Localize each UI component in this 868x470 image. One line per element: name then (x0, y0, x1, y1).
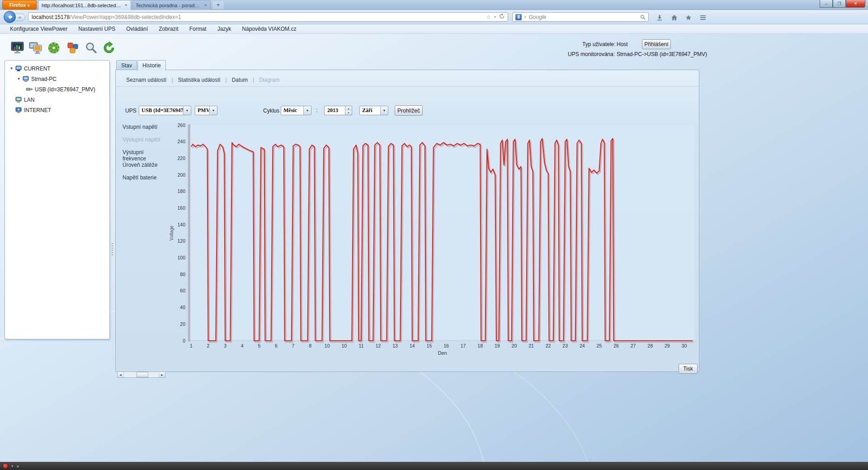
maximize-button[interactable] (833, 0, 846, 8)
search-engine-icon[interactable]: 8 (515, 14, 522, 20)
colored-cubes-icon (66, 41, 80, 55)
expander-icon[interactable] (9, 66, 14, 70)
svg-text:15: 15 (427, 343, 432, 348)
downloads-icon[interactable] (655, 14, 665, 22)
browser-tab-active[interactable]: http://localhost:151...8db-selectedIndex… (38, 0, 131, 10)
chevron-down-icon[interactable] (209, 106, 217, 115)
adblock-icon[interactable] (3, 463, 8, 469)
cycle-select[interactable]: Měsíc (281, 106, 311, 115)
horizontal-scrollbar[interactable] (117, 371, 165, 378)
modules-button[interactable] (64, 40, 81, 56)
svg-text:4: 4 (241, 343, 244, 348)
svg-text:5: 5 (258, 343, 260, 348)
menu-item-jazyk[interactable]: Jazyk (212, 24, 237, 34)
search-input[interactable]: 8 ▾ Google (512, 12, 649, 22)
search-engine-dropdown-icon[interactable]: ▾ (524, 15, 526, 19)
scrollbar-track[interactable] (124, 372, 159, 377)
svg-text:10: 10 (341, 343, 347, 348)
scrollbar-thumb[interactable] (137, 372, 148, 377)
tab-historie[interactable]: Historie (137, 60, 166, 70)
subtab-seznam-udalosti[interactable]: Seznam událostí (121, 77, 171, 83)
tree-item-usb[interactable]: USB (Id=3E76947_PMV) (5, 84, 109, 94)
chevron-down-icon[interactable] (11, 464, 13, 468)
close-window-button[interactable] (846, 0, 865, 8)
address-bar[interactable]: localhost:15178/ViewPower/#app=369&98db-… (28, 12, 508, 22)
tab-stav[interactable]: Stav (116, 60, 137, 70)
url-dropdown-icon[interactable]: ▾ (494, 15, 496, 19)
svg-text:18: 18 (477, 343, 483, 348)
spinner-up-icon[interactable] (345, 106, 352, 111)
monitor-overview-button[interactable] (9, 40, 26, 56)
controls-separator: : (316, 107, 317, 113)
refresh-button[interactable] (100, 40, 118, 56)
new-tab-button[interactable] (212, 1, 224, 9)
svg-text:140: 140 (177, 222, 185, 227)
forward-button[interactable] (14, 14, 25, 21)
metric-vystupni-frekvence[interactable]: Výstupní frekvence (123, 149, 168, 162)
scroll-right-icon[interactable] (159, 372, 165, 377)
tree-item-strnad-pc[interactable]: Strnad-PC (5, 74, 109, 84)
svg-text:11: 11 (359, 343, 363, 348)
bookmarks-icon[interactable] (684, 14, 693, 22)
login-button[interactable]: Přihlášení (642, 39, 671, 49)
spinner-down-icon[interactable] (345, 111, 352, 115)
metric-vstupni-napeti[interactable]: Vstupní napětí (123, 124, 168, 130)
subtab-datum[interactable]: Datum (227, 77, 253, 83)
chevron-down-icon[interactable] (183, 106, 191, 115)
menu-item-format[interactable]: Format (184, 24, 212, 34)
expander-icon[interactable] (16, 77, 22, 81)
tab-title: Technická poradna - poradna.net (136, 3, 202, 8)
bookmark-star-icon[interactable]: ☆ (486, 14, 491, 20)
browser-tab-background[interactable]: Technická poradna - poradna.net (132, 0, 211, 10)
tab-title: http://localhost:151...8db-selectedIndex… (42, 3, 122, 8)
print-button[interactable]: Tisk (679, 364, 698, 374)
tree-item-internet[interactable]: INTERNET (5, 105, 109, 115)
device-tree-panel: CURRENT Strnad-PC USB (Id=3E76947_PMV) L… (5, 60, 110, 339)
model-select[interactable]: PMV (195, 106, 217, 115)
search-placeholder: Google (529, 14, 637, 20)
month-select[interactable]: Září (359, 106, 388, 115)
svg-text:Voltage: Voltage (169, 225, 174, 240)
statusbar-close-icon[interactable] (16, 464, 19, 469)
menu-item-ovladani[interactable]: Ovládání (121, 24, 153, 34)
menu-list-icon[interactable] (698, 14, 708, 22)
metric-vystupni-napeti[interactable]: Výstupní napětí (123, 136, 168, 143)
tab-close-icon[interactable] (124, 3, 127, 8)
tab-close-icon[interactable] (204, 3, 207, 8)
firefox-menu-button[interactable]: Firefox (2, 0, 37, 9)
svg-text:0: 0 (183, 338, 185, 343)
menu-item-napoveda[interactable]: Nápověda VIAKOM.cz (236, 24, 302, 34)
viewpower-page: Typ uživatele: Host Přihlášení UPS monit… (0, 34, 868, 462)
ups-select[interactable]: USB (Id=3E76947) (139, 106, 191, 115)
app-menubar: Konfigurace ViewPower Nastavení UPS Ovlá… (0, 24, 868, 34)
tree-item-current[interactable]: CURRENT (5, 63, 109, 74)
metric-uroven-zateze[interactable]: Úroveň zátěže (123, 162, 168, 168)
tree-item-lan[interactable]: LAN (5, 94, 109, 105)
subtab-statistika-udalosti[interactable]: Statistika událostí (173, 77, 226, 83)
chevron-down-icon[interactable] (380, 106, 388, 115)
panel-splitter[interactable] (111, 60, 113, 339)
menu-item-konfigurace[interactable]: Konfigurace ViewPower (5, 24, 73, 34)
cycle-label: Cyklus (263, 108, 279, 114)
back-button[interactable] (4, 11, 16, 23)
chevron-down-icon[interactable] (303, 106, 311, 115)
menu-item-zobrazit[interactable]: Zobrazit (153, 24, 184, 34)
search-device-button[interactable] (82, 40, 99, 56)
settings-button[interactable] (45, 40, 62, 56)
back-arrow-icon (7, 14, 13, 20)
metric-napeti-baterie[interactable]: Napětí baterie (123, 174, 168, 181)
scroll-left-icon[interactable] (118, 372, 124, 377)
home-icon[interactable] (669, 14, 679, 22)
svg-text:7: 7 (292, 343, 295, 348)
year-spinner[interactable]: 2013 (324, 106, 352, 115)
device-manager-button[interactable] (27, 40, 44, 56)
subtab-diagram[interactable]: Diagram (254, 77, 284, 83)
browse-button[interactable]: Prohlížeč (395, 105, 423, 116)
reload-icon[interactable] (499, 14, 505, 20)
forward-arrow-icon (18, 15, 22, 20)
menu-item-nastaveni-ups[interactable]: Nastavení UPS (73, 24, 121, 34)
refresh-icon (102, 41, 116, 55)
search-icon[interactable] (640, 14, 646, 20)
minimize-button[interactable] (820, 0, 833, 8)
svg-text:23: 23 (562, 343, 568, 348)
